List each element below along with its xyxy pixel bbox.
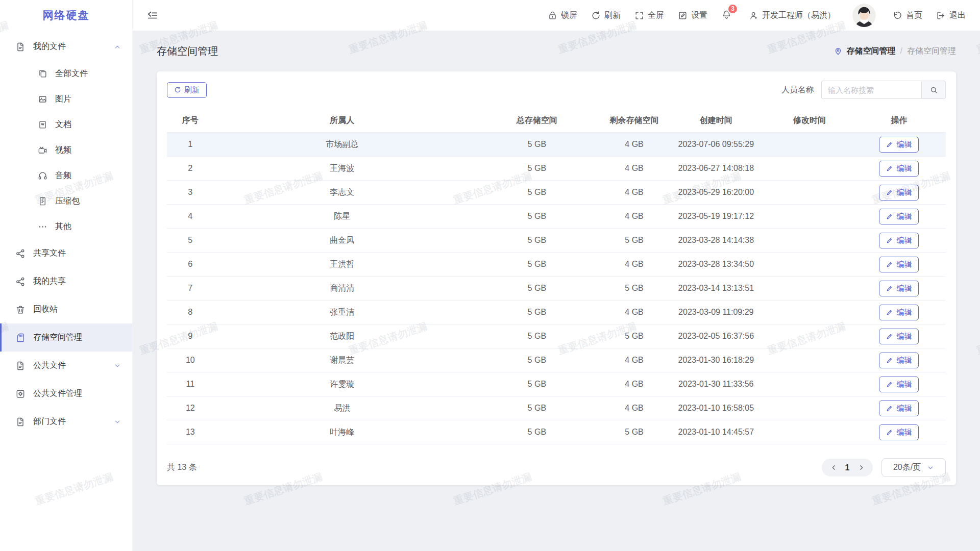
pencil-icon: [886, 237, 893, 244]
fullscreen-icon: [634, 11, 644, 20]
column-header: 修改时间: [767, 110, 852, 133]
collapse-sidebar-icon[interactable]: [147, 10, 158, 21]
cell-total-space: 5 GB: [471, 277, 603, 300]
cell-seq: 4: [167, 205, 214, 229]
lock-screen-button[interactable]: 锁屏: [548, 10, 577, 21]
headphones-icon: [38, 171, 47, 181]
cell-total-space: 5 GB: [471, 372, 603, 396]
sd-card-icon: [15, 333, 26, 343]
main-content: 存储空间管理 存储空间管理 / 存储空间管理 刷新 人员名称: [133, 31, 980, 551]
sidebar-item-archives[interactable]: 压缩包: [0, 188, 132, 214]
current-page[interactable]: 1: [841, 463, 853, 472]
edit-button[interactable]: 编辑: [879, 281, 919, 296]
cell-created-time: 2023-06-27 14:08:18: [666, 157, 767, 181]
cell-owner: 叶海峰: [214, 420, 471, 444]
edit-button[interactable]: 编辑: [879, 424, 919, 440]
fullscreen-button[interactable]: 全屏: [634, 10, 664, 21]
cell-owner: 张重洁: [214, 300, 471, 324]
cell-remaining-space: 4 GB: [603, 157, 666, 181]
search-label: 人员名称: [781, 85, 814, 95]
table-row: 7 商清清 5 GB 5 GB 2023-03-14 13:13:51 编辑: [167, 277, 946, 300]
sidebar-item-my-shares[interactable]: 我的共享: [0, 267, 132, 295]
edit-button[interactable]: 编辑: [879, 233, 919, 248]
edit-button[interactable]: 编辑: [879, 209, 919, 224]
cell-created-time: 2023-03-14 13:13:51: [666, 277, 767, 300]
current-user[interactable]: 开发工程师（易洪）: [749, 10, 836, 21]
sidebar-item-documents[interactable]: 文档: [0, 112, 132, 137]
card-footer: 共 13 条 1 20条/页: [167, 458, 946, 477]
table-row: 9 范政阳 5 GB 5 GB 2023-02-05 16:37:56 编辑: [167, 324, 946, 348]
prev-page-button[interactable]: [826, 459, 841, 477]
edit-button[interactable]: 编辑: [879, 161, 919, 177]
user-avatar[interactable]: [852, 4, 876, 27]
cell-seq: 11: [167, 372, 214, 396]
logout-button[interactable]: 退出: [936, 10, 966, 21]
sidebar-item-recycle-bin[interactable]: 回收站: [0, 295, 132, 323]
sidebar-item-department-files[interactable]: 部门文件: [0, 408, 132, 436]
cell-actions: 编辑: [852, 277, 946, 300]
file-icon: [15, 42, 26, 52]
column-header: 序号: [167, 110, 214, 133]
sidebar-item-my-files[interactable]: 我的文件: [0, 33, 132, 61]
cell-actions: 编辑: [852, 324, 946, 348]
edit-button[interactable]: 编辑: [879, 257, 919, 272]
sidebar-item-shared-files[interactable]: 共享文件: [0, 239, 132, 267]
cell-seq: 9: [167, 324, 214, 348]
sidebar-item-audio[interactable]: 音频: [0, 163, 132, 188]
edit-button[interactable]: 编辑: [879, 353, 919, 368]
location-pin-icon: [834, 46, 843, 56]
cell-actions: 编辑: [852, 348, 946, 372]
notifications-button[interactable]: 3: [721, 9, 732, 22]
cell-total-space: 5 GB: [471, 181, 603, 205]
cell-created-time: 2023-05-29 16:20:00: [666, 181, 767, 205]
sidebar-item-videos[interactable]: 视频: [0, 137, 132, 163]
page-size-select[interactable]: 20条/页: [881, 458, 946, 477]
home-button[interactable]: 首页: [893, 10, 922, 21]
cell-total-space: 5 GB: [471, 348, 603, 372]
edit-button[interactable]: 编辑: [879, 400, 919, 416]
cell-total-space: 5 GB: [471, 229, 603, 253]
cell-actions: 编辑: [852, 396, 946, 420]
search-input[interactable]: [821, 81, 921, 99]
sidebar-item-all-files[interactable]: 全部文件: [0, 61, 132, 86]
cell-total-space: 5 GB: [471, 205, 603, 229]
table-row: 6 王洪哲 5 GB 4 GB 2023-03-28 13:34:50 编辑: [167, 253, 946, 277]
sidebar-item-images[interactable]: 图片: [0, 86, 132, 112]
search-button[interactable]: [921, 81, 946, 99]
breadcrumb-item[interactable]: 存储空间管理: [847, 46, 896, 57]
chevron-down-icon: [114, 418, 121, 425]
cell-owner: 许雯璇: [214, 372, 471, 396]
edit-button[interactable]: 编辑: [879, 137, 919, 153]
page-controls: 1: [822, 459, 873, 477]
refresh-icon: [174, 86, 181, 93]
table-row: 8 张重洁 5 GB 4 GB 2023-03-09 11:09:29 编辑: [167, 300, 946, 324]
table-row: 1 市场副总 5 GB 4 GB 2023-07-06 09:55:29 编辑: [167, 133, 946, 157]
notebook-icon: [38, 120, 47, 130]
cell-seq: 1: [167, 133, 214, 157]
edit-button[interactable]: 编辑: [879, 305, 919, 320]
sidebar-item-public-file-management[interactable]: 公共文件管理: [0, 380, 132, 408]
sidebar-item-storage-management[interactable]: 存储空间管理: [0, 323, 132, 352]
refresh-page-button[interactable]: 刷新: [591, 10, 621, 21]
cell-total-space: 5 GB: [471, 420, 603, 444]
cell-remaining-space: 4 GB: [603, 181, 666, 205]
cell-modified-time: [767, 300, 852, 324]
refresh-table-button[interactable]: 刷新: [167, 82, 207, 98]
cell-seq: 10: [167, 348, 214, 372]
storage-table-card: 刷新 人员名称 序号所属人总存储空间剩余存储空间创建时间修改时间操作: [157, 71, 956, 485]
edit-button[interactable]: 编辑: [879, 377, 919, 392]
card-toolbar: 刷新 人员名称: [167, 81, 946, 99]
settings-button[interactable]: 设置: [678, 10, 707, 21]
cell-created-time: 2023-03-28 13:34:50: [666, 253, 767, 277]
edit-button[interactable]: 编辑: [879, 329, 919, 344]
sidebar-nav: 我的文件 全部文件 图片 文档 视频 音频: [0, 31, 132, 436]
search-bar: 人员名称: [781, 81, 946, 99]
refresh-icon: [591, 11, 601, 20]
sidebar-item-public-files[interactable]: 公共文件: [0, 352, 132, 380]
cell-actions: 编辑: [852, 181, 946, 205]
next-page-button[interactable]: [853, 459, 869, 477]
cell-remaining-space: 4 GB: [603, 205, 666, 229]
share-icon: [15, 248, 26, 259]
edit-button[interactable]: 编辑: [879, 185, 919, 201]
sidebar-item-others[interactable]: 其他: [0, 214, 132, 239]
